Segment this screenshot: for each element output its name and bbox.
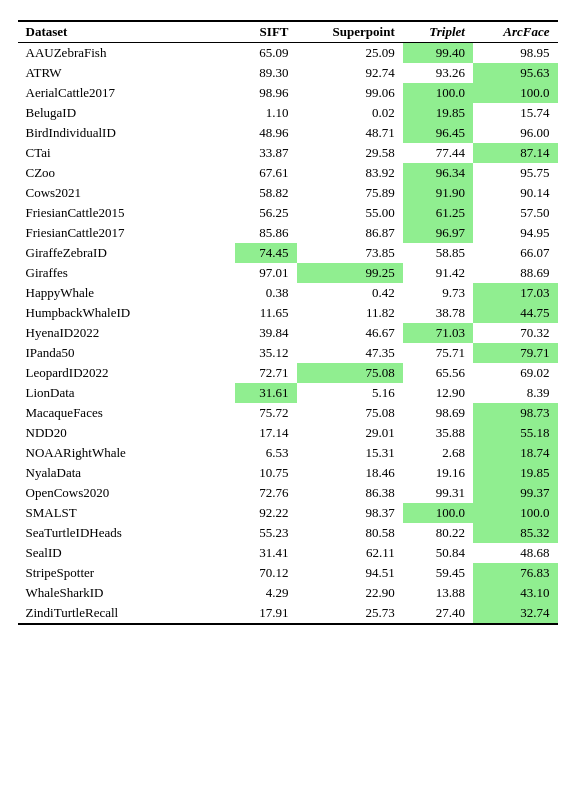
- cell-dataset: FriesianCattle2017: [18, 223, 236, 243]
- cell-superpoint: 75.08: [297, 363, 403, 383]
- cell-triplet: 91.90: [403, 183, 473, 203]
- cell-dataset: WhaleSharkID: [18, 583, 236, 603]
- cell-triplet: 19.16: [403, 463, 473, 483]
- cell-superpoint: 94.51: [297, 563, 403, 583]
- cell-arcface: 44.75: [473, 303, 558, 323]
- cell-arcface: 94.95: [473, 223, 558, 243]
- cell-triplet: 9.73: [403, 283, 473, 303]
- cell-dataset: Cows2021: [18, 183, 236, 203]
- cell-arcface: 55.18: [473, 423, 558, 443]
- cell-superpoint: 86.87: [297, 223, 403, 243]
- col-header-arcface: ArcFace: [473, 21, 558, 43]
- cell-superpoint: 22.90: [297, 583, 403, 603]
- cell-arcface: 76.83: [473, 563, 558, 583]
- cell-arcface: 15.74: [473, 103, 558, 123]
- cell-triplet: 91.42: [403, 263, 473, 283]
- cell-dataset: MacaqueFaces: [18, 403, 236, 423]
- cell-sift: 75.72: [235, 403, 297, 423]
- cell-dataset: IPanda50: [18, 343, 236, 363]
- cell-arcface: 18.74: [473, 443, 558, 463]
- table-row: OpenCows202072.7686.3899.3199.37: [18, 483, 558, 503]
- table-row: SMALST92.2298.37100.0100.0: [18, 503, 558, 523]
- table-row: BelugaID1.100.0219.8515.74: [18, 103, 558, 123]
- cell-arcface: 70.32: [473, 323, 558, 343]
- cell-arcface: 79.71: [473, 343, 558, 363]
- cell-sift: 55.23: [235, 523, 297, 543]
- cell-arcface: 96.00: [473, 123, 558, 143]
- cell-sift: 72.71: [235, 363, 297, 383]
- cell-superpoint: 73.85: [297, 243, 403, 263]
- cell-triplet: 58.85: [403, 243, 473, 263]
- table-row: HappyWhale0.380.429.7317.03: [18, 283, 558, 303]
- cell-dataset: CZoo: [18, 163, 236, 183]
- cell-sift: 11.65: [235, 303, 297, 323]
- cell-dataset: HappyWhale: [18, 283, 236, 303]
- cell-dataset: AAUZebraFish: [18, 43, 236, 64]
- table-row: LionData31.615.1612.908.39: [18, 383, 558, 403]
- cell-dataset: BelugaID: [18, 103, 236, 123]
- col-header-superpoint: Superpoint: [297, 21, 403, 43]
- cell-triplet: 96.45: [403, 123, 473, 143]
- cell-superpoint: 0.02: [297, 103, 403, 123]
- table-row: MacaqueFaces75.7275.0898.6998.73: [18, 403, 558, 423]
- cell-dataset: NDD20: [18, 423, 236, 443]
- table-row: AAUZebraFish65.0925.0999.4098.95: [18, 43, 558, 64]
- cell-sift: 17.14: [235, 423, 297, 443]
- cell-sift: 1.10: [235, 103, 297, 123]
- cell-sift: 98.96: [235, 83, 297, 103]
- col-header-dataset: Dataset: [18, 21, 236, 43]
- cell-triplet: 50.84: [403, 543, 473, 563]
- cell-arcface: 100.0: [473, 83, 558, 103]
- table-row: NyalaData10.7518.4619.1619.85: [18, 463, 558, 483]
- cell-dataset: LeopardID2022: [18, 363, 236, 383]
- cell-sift: 4.29: [235, 583, 297, 603]
- cell-triplet: 65.56: [403, 363, 473, 383]
- table-row: FriesianCattle201556.2555.0061.2557.50: [18, 203, 558, 223]
- cell-arcface: 66.07: [473, 243, 558, 263]
- cell-superpoint: 99.06: [297, 83, 403, 103]
- cell-arcface: 57.50: [473, 203, 558, 223]
- cell-superpoint: 25.73: [297, 603, 403, 624]
- cell-superpoint: 99.25: [297, 263, 403, 283]
- cell-triplet: 35.88: [403, 423, 473, 443]
- table-row: AerialCattle201798.9699.06100.0100.0: [18, 83, 558, 103]
- cell-dataset: GiraffeZebraID: [18, 243, 236, 263]
- cell-superpoint: 75.89: [297, 183, 403, 203]
- cell-superpoint: 18.46: [297, 463, 403, 483]
- cell-superpoint: 92.74: [297, 63, 403, 83]
- table-row: BirdIndividualID48.9648.7196.4596.00: [18, 123, 558, 143]
- cell-sift: 56.25: [235, 203, 297, 223]
- cell-triplet: 75.71: [403, 343, 473, 363]
- cell-arcface: 99.37: [473, 483, 558, 503]
- cell-superpoint: 0.42: [297, 283, 403, 303]
- table-row: NDD2017.1429.0135.8855.18: [18, 423, 558, 443]
- cell-superpoint: 11.82: [297, 303, 403, 323]
- cell-arcface: 32.74: [473, 603, 558, 624]
- table-row: IPanda5035.1247.3575.7179.71: [18, 343, 558, 363]
- cell-arcface: 43.10: [473, 583, 558, 603]
- cell-arcface: 88.69: [473, 263, 558, 283]
- cell-sift: 10.75: [235, 463, 297, 483]
- cell-dataset: FriesianCattle2015: [18, 203, 236, 223]
- cell-arcface: 48.68: [473, 543, 558, 563]
- cell-dataset: SeaTurtleIDHeads: [18, 523, 236, 543]
- cell-sift: 39.84: [235, 323, 297, 343]
- table-row: NOAARightWhale6.5315.312.6818.74: [18, 443, 558, 463]
- cell-superpoint: 75.08: [297, 403, 403, 423]
- cell-triplet: 12.90: [403, 383, 473, 403]
- cell-triplet: 96.97: [403, 223, 473, 243]
- table-row: SealID31.4162.1150.8448.68: [18, 543, 558, 563]
- table-row: HyenaID202239.8446.6771.0370.32: [18, 323, 558, 343]
- cell-triplet: 13.88: [403, 583, 473, 603]
- cell-arcface: 98.95: [473, 43, 558, 64]
- cell-triplet: 59.45: [403, 563, 473, 583]
- cell-triplet: 2.68: [403, 443, 473, 463]
- table-row: StripeSpotter70.1294.5159.4576.83: [18, 563, 558, 583]
- cell-arcface: 90.14: [473, 183, 558, 203]
- cell-arcface: 98.73: [473, 403, 558, 423]
- cell-dataset: ATRW: [18, 63, 236, 83]
- cell-triplet: 100.0: [403, 83, 473, 103]
- table-row: Cows202158.8275.8991.9090.14: [18, 183, 558, 203]
- cell-sift: 85.86: [235, 223, 297, 243]
- cell-superpoint: 80.58: [297, 523, 403, 543]
